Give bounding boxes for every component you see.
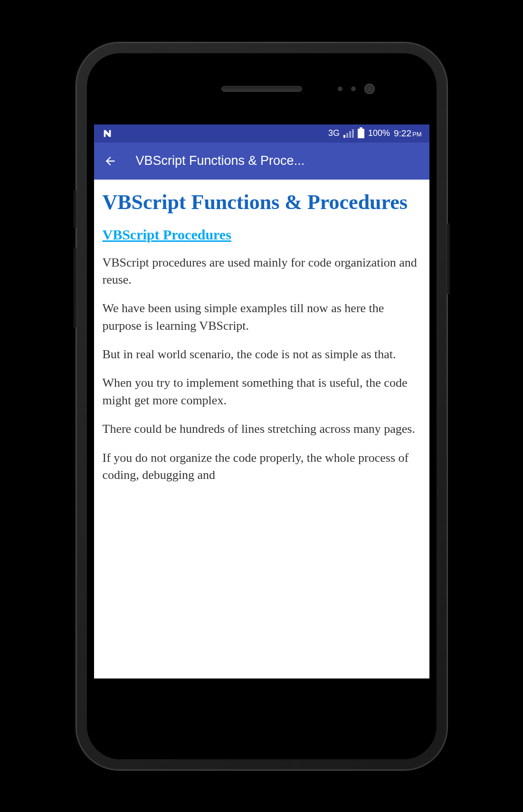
app-bar-title: VBScript Functions & Proce... xyxy=(136,153,420,168)
phone-body: 3G 100% 9:22PM xyxy=(87,53,437,759)
battery-icon xyxy=(358,129,364,138)
phone-speaker xyxy=(221,86,302,92)
paragraph-1: VBScript procedures are used mainly for … xyxy=(103,254,421,289)
volume-up-button xyxy=(74,190,76,228)
paragraph-3: But in real world scenario, the code is … xyxy=(103,346,421,363)
phone-sensors xyxy=(338,84,375,94)
status-time: 9:22PM xyxy=(394,128,421,139)
time-period: PM xyxy=(412,131,422,138)
paragraph-4: When you try to implement something that… xyxy=(103,374,421,409)
status-bar[interactable]: 3G 100% 9:22PM xyxy=(94,124,429,143)
phone-bottom-bezel xyxy=(87,678,437,759)
status-bar-left xyxy=(102,128,113,139)
status-bar-right: 3G 100% 9:22PM xyxy=(328,128,422,139)
app-bar: VBScript Functions & Proce... xyxy=(94,143,429,180)
phone-screen: 3G 100% 9:22PM xyxy=(94,124,429,678)
paragraph-6: If you do not organize the code properly… xyxy=(103,449,421,484)
battery-percent: 100% xyxy=(368,128,390,138)
light-sensor xyxy=(351,86,356,91)
content-area[interactable]: VBScript Functions & Procedures VBScript… xyxy=(94,180,429,678)
page-title: VBScript Functions & Procedures xyxy=(103,189,421,215)
paragraph-2: We have been using simple examples till … xyxy=(103,300,421,334)
time-value: 9:22 xyxy=(394,128,411,138)
back-button[interactable] xyxy=(104,154,117,168)
network-type: 3G xyxy=(328,128,340,138)
front-camera xyxy=(364,84,375,94)
proximity-sensor xyxy=(338,86,342,91)
volume-down-button xyxy=(74,247,76,328)
power-button xyxy=(447,223,450,295)
phone-frame: 3G 100% 9:22PM xyxy=(76,43,447,770)
paragraph-5: There could be hundreds of lines stretch… xyxy=(103,420,421,438)
android-n-icon xyxy=(102,128,113,139)
signal-icon xyxy=(343,129,354,138)
section-heading[interactable]: VBScript Procedures xyxy=(103,227,421,243)
phone-top-bezel xyxy=(87,53,437,124)
